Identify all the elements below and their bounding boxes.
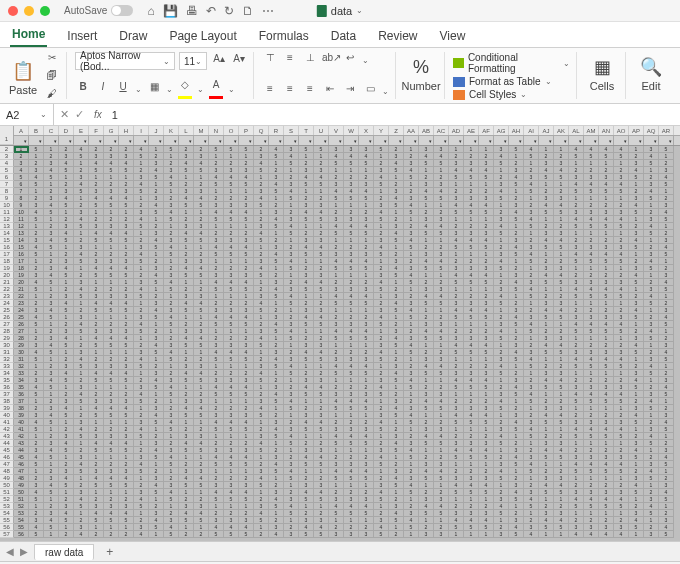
cell[interactable]: 5 — [509, 356, 524, 363]
cell[interactable]: 1 — [389, 279, 404, 286]
cell[interactable]: 4 — [584, 181, 599, 188]
cell[interactable]: 5 — [434, 160, 449, 167]
cell[interactable]: 3 — [389, 503, 404, 510]
row-header[interactable]: 2 — [0, 146, 14, 153]
cell[interactable]: 5 — [584, 153, 599, 160]
cell[interactable]: 5 — [119, 482, 134, 489]
cell[interactable]: 1 — [59, 349, 74, 356]
cell[interactable]: 1 — [494, 167, 509, 174]
cell[interactable]: 4 — [179, 335, 194, 342]
cell[interactable]: 4 — [494, 503, 509, 510]
filter-header[interactable] — [374, 136, 389, 145]
cell[interactable]: 2 — [359, 244, 374, 251]
row-header[interactable]: 7 — [0, 181, 14, 188]
cell[interactable]: 1 — [374, 223, 389, 230]
cell[interactable]: 2 — [134, 272, 149, 279]
cell[interactable]: 1 — [659, 398, 674, 405]
cell[interactable]: 3 — [74, 489, 89, 496]
cell[interactable]: 3 — [74, 419, 89, 426]
cell[interactable]: 2 — [104, 251, 119, 258]
cell[interactable]: 5 — [659, 461, 674, 468]
cell[interactable]: 4 — [74, 531, 89, 538]
cell[interactable]: 2 — [494, 489, 509, 496]
cell[interactable]: 5 — [239, 146, 254, 153]
cell[interactable]: 1 — [254, 419, 269, 426]
cell[interactable]: 4 — [44, 482, 59, 489]
cell[interactable]: 4 — [59, 230, 74, 237]
cell[interactable]: 3 — [119, 328, 134, 335]
cell[interactable]: 4 — [209, 524, 224, 531]
cell[interactable]: 4 — [59, 265, 74, 272]
row-header[interactable]: 29 — [0, 335, 14, 342]
cell[interactable]: 3 — [29, 272, 44, 279]
cell[interactable]: 2 — [494, 209, 509, 216]
cell[interactable]: 2 — [374, 195, 389, 202]
cell[interactable]: 1 — [614, 195, 629, 202]
cell[interactable]: 2 — [359, 384, 374, 391]
cell[interactable]: 3 — [644, 286, 659, 293]
cell[interactable]: 3 — [299, 412, 314, 419]
chevron-down-icon[interactable]: ⌄ — [135, 85, 142, 94]
cell[interactable]: 5 — [224, 251, 239, 258]
cell[interactable]: 5 — [359, 475, 374, 482]
cell[interactable]: 3 — [194, 468, 209, 475]
cell[interactable]: 1 — [644, 482, 659, 489]
cell[interactable]: 5 — [134, 153, 149, 160]
cell[interactable]: 5 — [554, 174, 569, 181]
cell[interactable]: 3 — [209, 237, 224, 244]
cell[interactable]: 1 — [104, 174, 119, 181]
cell[interactable]: 1 — [254, 524, 269, 531]
cell[interactable]: 5 — [314, 181, 329, 188]
cell[interactable]: 3 — [104, 468, 119, 475]
cell[interactable]: 4 — [194, 370, 209, 377]
cell[interactable]: 4 — [479, 272, 494, 279]
cell[interactable]: 5 — [494, 405, 509, 412]
cell[interactable]: 2 — [104, 391, 119, 398]
cell[interactable]: 4 — [314, 279, 329, 286]
cell[interactable]: 2 — [614, 167, 629, 174]
cell[interactable]: 4 — [359, 223, 374, 230]
cell[interactable]: 5 — [434, 475, 449, 482]
cell[interactable]: 1 — [59, 279, 74, 286]
cell[interactable]: 4 — [419, 258, 434, 265]
cell[interactable]: 2 — [29, 405, 44, 412]
cell[interactable]: 1 — [314, 503, 329, 510]
column-header[interactable]: U — [314, 126, 329, 135]
cell[interactable]: 1 — [629, 321, 644, 328]
cell[interactable]: 4 — [404, 447, 419, 454]
cell[interactable]: 2 — [74, 307, 89, 314]
cell[interactable]: 5 — [44, 419, 59, 426]
cell[interactable]: 2 — [584, 167, 599, 174]
cell[interactable]: 4 — [119, 160, 134, 167]
cell[interactable]: 4 — [269, 251, 284, 258]
decrease-indent-icon[interactable]: ⇤ — [322, 83, 338, 99]
cell[interactable]: 5 — [389, 272, 404, 279]
cell[interactable]: 1 — [404, 356, 419, 363]
cell[interactable]: 1 — [134, 265, 149, 272]
cell[interactable]: 3 — [209, 202, 224, 209]
cell[interactable]: 3 — [44, 405, 59, 412]
cell[interactable]: 5 — [554, 454, 569, 461]
cell[interactable]: 2 — [509, 405, 524, 412]
cell[interactable]: 5 — [209, 531, 224, 538]
cell[interactable]: 1 — [269, 300, 284, 307]
cell[interactable]: 5 — [419, 510, 434, 517]
cell[interactable]: 1 — [29, 258, 44, 265]
cell[interactable]: 5 — [209, 461, 224, 468]
cell[interactable]: 1 — [194, 524, 209, 531]
cell[interactable]: 5 — [569, 433, 584, 440]
cell[interactable]: 4 — [59, 300, 74, 307]
cell[interactable]: 2 — [119, 496, 134, 503]
cell[interactable]: 4 — [209, 244, 224, 251]
cell[interactable]: 3 — [509, 377, 524, 384]
cell[interactable]: 1 — [569, 265, 584, 272]
cell[interactable]: 3 — [359, 216, 374, 223]
filter-header[interactable] — [554, 136, 569, 145]
cell[interactable]: 5 — [374, 391, 389, 398]
cell[interactable]: 2 — [464, 153, 479, 160]
cell[interactable]: 4 — [179, 160, 194, 167]
cell[interactable]: 5 — [179, 482, 194, 489]
cell[interactable]: 4 — [89, 405, 104, 412]
cell[interactable]: 1 — [539, 181, 554, 188]
cell[interactable]: 5 — [389, 237, 404, 244]
